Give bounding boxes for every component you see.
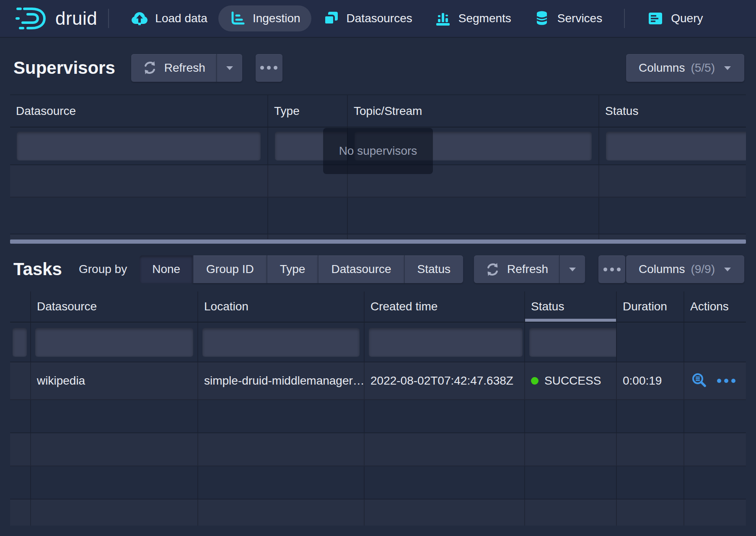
navbar-divider [108,9,109,28]
group-by-none-button[interactable]: None [140,255,193,283]
tasks-status-filter-input[interactable] [529,328,617,356]
tasks-created-time-filter-input[interactable] [369,328,523,356]
task-created-time: 2022-08-02T07:42:47.638Z [365,362,525,399]
status-dot [531,377,539,385]
columns-count: (5/5) [691,61,715,75]
refresh-label: Refresh [164,61,205,75]
sort-indicator [525,319,616,322]
tasks-col-clipped[interactable] [10,291,31,322]
task-datasource: wikipedia [31,362,198,399]
tasks-col-location[interactable]: Location [198,291,365,322]
nav-item-label: Segments [458,12,511,25]
nav-datasources[interactable]: Datasources [311,5,423,31]
more-icon [260,66,277,70]
columns-label: Columns [639,263,685,276]
tasks-clipped-filter-input[interactable] [13,328,27,356]
columns-label: Columns [639,61,685,75]
tasks-col-status[interactable]: Status [525,291,617,322]
tasks-table: Datasource Location Created time Status … [10,291,746,526]
chevron-down-icon [568,266,577,272]
task-status: SUCCESS [525,362,617,399]
ingestion-view: Supervisors Refresh [0,37,756,526]
nav-item-label: Load data [155,12,207,25]
group-by-datasource-button[interactable]: Datasource [318,255,404,283]
tasks-refresh-dropdown-button[interactable] [559,255,585,283]
supervisors-table-header-row: Datasource Type Topic/Stream Status [10,95,746,127]
navbar-divider [624,9,625,28]
supervisors-col-datasource[interactable]: Datasource [10,95,268,127]
chevron-down-icon [225,65,234,71]
tasks-toolbar: Tasks Group by None Group ID Type Dataso… [10,245,746,291]
scrollbar-thumb[interactable] [10,239,746,244]
group-by-status-button[interactable]: Status [404,255,463,283]
group-by-group-id-button[interactable]: Group ID [193,255,267,283]
supervisors-refresh-dropdown-button[interactable] [216,54,242,82]
druid-logo[interactable]: druid [15,5,97,31]
database-icon [533,10,551,27]
tasks-col-created-time[interactable]: Created time [365,291,525,322]
tasks-col-duration[interactable]: Duration [617,291,684,322]
supervisors-columns-button[interactable]: Columns (5/5) [626,54,744,82]
layers-icon [322,10,340,27]
task-location: simple-druid-middlemanager… [198,362,365,399]
refresh-label: Refresh [507,263,548,276]
task-status-label: SUCCESS [544,374,601,388]
group-by-segmented-control: None Group ID Type Datasource Status [140,255,463,283]
supervisors-col-type[interactable]: Type [268,95,348,127]
task-row-wikipedia[interactable]: wikipedia simple-druid-middlemanager… 20… [10,362,746,400]
supervisors-col-status[interactable]: Status [599,95,746,127]
druid-logo-icon [15,5,49,31]
tasks-empty-row [10,433,746,466]
task-actions [684,362,746,399]
supervisors-status-filter-input[interactable] [606,132,746,160]
supervisors-more-button[interactable] [256,54,282,82]
tasks-columns-button[interactable]: Columns (9/9) [626,255,744,283]
tasks-refresh-button[interactable]: Refresh [474,255,559,283]
tasks-table-header-row: Datasource Location Created time Status … [10,291,746,323]
nav-item-label: Services [557,12,602,25]
tasks-more-button[interactable] [598,255,625,283]
supervisors-table: Datasource Type Topic/Stream Status No s… [10,94,746,245]
tasks-col-actions[interactable]: Actions [684,291,746,322]
brand-text: druid [55,8,97,29]
supervisors-refresh-split-button: Refresh [131,54,242,82]
supervisors-empty-row [10,198,746,234]
supervisors-col-topic-stream[interactable]: Topic/Stream [348,95,599,127]
tasks-empty-row [10,500,746,526]
supervisors-empty-row [10,234,746,239]
nav-query[interactable]: Query [636,5,714,31]
magnifier-detail-icon[interactable] [691,372,708,389]
group-by-type-button[interactable]: Type [267,255,318,283]
cloud-upload-icon [131,10,148,27]
nav-ingestion[interactable]: Ingestion [218,5,311,31]
more-icon [603,268,621,271]
chevron-down-icon [723,266,732,272]
tasks-location-filter-input[interactable] [202,328,360,356]
nav-services[interactable]: Services [522,5,613,31]
tasks-empty-row [10,400,746,433]
supervisors-horizontal-scrollbar[interactable] [10,239,746,245]
tasks-datasource-filter-input[interactable] [35,328,193,356]
supervisors-datasource-filter-input[interactable] [17,132,261,160]
console-icon [647,10,664,27]
tasks-filter-row [10,323,746,362]
tasks-col-datasource[interactable]: Datasource [31,291,198,322]
supervisors-empty-message: No supervisors [323,128,433,174]
refresh-icon [142,60,158,75]
stacked-chart-icon [434,10,452,27]
supervisors-refresh-button[interactable]: Refresh [131,54,216,82]
tasks-empty-row [10,466,746,500]
tasks-col-status-label: Status [531,300,564,313]
bar-chart-icon [229,10,246,27]
nav-segments[interactable]: Segments [423,5,522,31]
columns-count: (9/9) [691,263,715,276]
nav-item-label: Datasources [347,12,412,25]
refresh-icon [485,262,500,277]
nav-item-label: Query [671,12,703,25]
tasks-title: Tasks [13,259,62,279]
top-navbar: druid Load data Ingestion [0,0,756,37]
more-actions-icon[interactable] [717,379,735,383]
chevron-down-icon [723,65,732,71]
nav-load-data[interactable]: Load data [120,5,218,31]
tasks-refresh-split-button: Refresh [474,255,585,283]
